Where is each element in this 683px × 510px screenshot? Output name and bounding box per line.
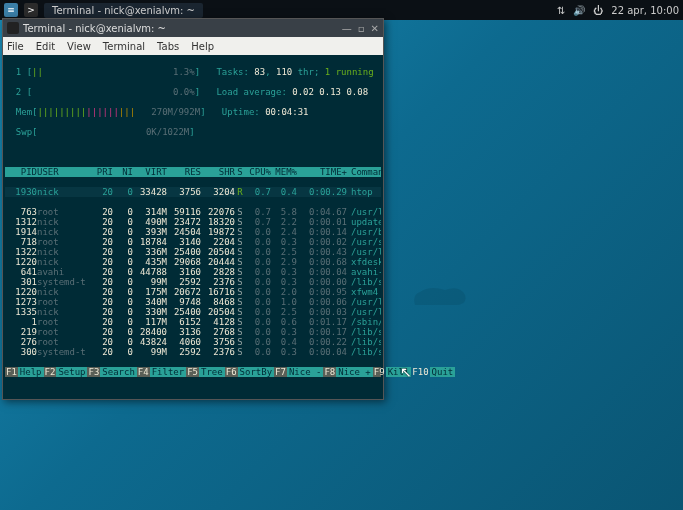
process-row[interactable]: 1322 nick200336M2540020504S0.02.50:00.43… xyxy=(5,247,381,257)
fn-action-sortby[interactable]: SortBy xyxy=(238,367,275,377)
menu-item-help[interactable]: Help xyxy=(191,41,214,52)
fn-key: F7 xyxy=(274,367,287,377)
terminal-body[interactable]: 1 [|| 1.3%] Tasks: 83, 110 thr; 1 runnin… xyxy=(3,55,383,399)
minimize-button[interactable]: — xyxy=(342,23,352,34)
fn-action-nice[interactable]: Nice + xyxy=(336,367,373,377)
terminal-window: Terminal - nick@xenialvm: ~ — ▫ ✕ FileEd… xyxy=(2,18,384,400)
fn-action-tree[interactable]: Tree xyxy=(199,367,225,377)
process-row[interactable]: 300 systemd-t20099M25922376S0.00.30:00.0… xyxy=(5,347,381,357)
fn-action-nice[interactable]: Nice - xyxy=(287,367,324,377)
terminal-launcher-icon[interactable]: > xyxy=(24,3,38,17)
fn-action-setup[interactable]: Setup xyxy=(56,367,87,377)
thr: 1 xyxy=(325,67,330,77)
process-row[interactable]: 1273 root200340M97488468S0.01.00:00.06/u… xyxy=(5,297,381,307)
window-icon xyxy=(7,22,19,34)
menu-item-tabs[interactable]: Tabs xyxy=(157,41,179,52)
process-row[interactable]: 1335 nick200330M2540020504S0.02.50:00.03… xyxy=(5,307,381,317)
function-bar: F1HelpF2SetupF3SearchF4FilterF5TreeF6Sor… xyxy=(5,367,381,377)
load: 0.02 0.13 0.08 xyxy=(292,87,368,97)
process-row[interactable]: 276 root2004382440603756S0.00.40:00.22/l… xyxy=(5,337,381,347)
task-label: Terminal - nick@xenialvm: ~ xyxy=(52,5,195,16)
fn-key: F5 xyxy=(186,367,199,377)
maximize-button[interactable]: ▫ xyxy=(358,23,365,34)
volume-icon[interactable]: 🔊 xyxy=(573,5,585,16)
process-row-selected[interactable]: 1930 nick2003342837563204R0.70.40:00.29h… xyxy=(5,187,381,197)
process-row[interactable]: 1220 nick200175M2067216716S0.02.00:00.95… xyxy=(5,287,381,297)
close-button[interactable]: ✕ xyxy=(371,23,379,34)
running-label: running xyxy=(336,67,374,77)
fn-key: F10 xyxy=(411,367,429,377)
process-row[interactable]: 1220 nick200435M2906820444S0.02.90:00.68… xyxy=(5,257,381,267)
fn-key: F4 xyxy=(137,367,150,377)
tasks-total: 110 xyxy=(276,67,292,77)
swp-total: 1022M xyxy=(162,127,189,137)
clock[interactable]: 22 apr, 10:00 xyxy=(611,5,679,16)
fn-action-quit[interactable]: Quit xyxy=(430,367,456,377)
tasks: 83 xyxy=(254,67,265,77)
fn-key: F3 xyxy=(87,367,100,377)
fn-key: F1 xyxy=(5,367,18,377)
fn-action-search[interactable]: Search xyxy=(100,367,137,377)
menubar: FileEditViewTerminalTabsHelp xyxy=(3,37,383,55)
titlebar[interactable]: Terminal - nick@xenialvm: ~ — ▫ ✕ xyxy=(3,19,383,37)
process-row[interactable]: 1 root200117M61524128S0.00.60:01.17/sbin… xyxy=(5,317,381,327)
uptime: 00:04:31 xyxy=(265,107,308,117)
mem-total: 992M xyxy=(178,107,200,117)
process-row[interactable]: 1312 nick200490M2347218320S0.72.20:00.01… xyxy=(5,217,381,227)
swp-used: 0K xyxy=(146,127,157,137)
fn-key: F9 xyxy=(373,367,386,377)
cpu1-pct: 1.3% xyxy=(173,67,195,77)
app-menu-icon[interactable]: ≡ xyxy=(4,3,18,17)
power-icon[interactable]: ⏻ xyxy=(593,5,603,16)
cursor-icon: ↖ xyxy=(400,364,412,380)
fn-key: F2 xyxy=(44,367,57,377)
mem-used: 270M xyxy=(151,107,173,117)
cpu2-pct: 0.0% xyxy=(173,87,195,97)
taskbar-item-terminal[interactable]: Terminal - nick@xenialvm: ~ xyxy=(44,3,203,18)
fn-key: F6 xyxy=(225,367,238,377)
process-row[interactable]: 641 avahi2004478831602828S0.00.30:00.04a… xyxy=(5,267,381,277)
process-row[interactable]: 1914 nick200393M2450419872S0.02.40:00.14… xyxy=(5,227,381,237)
fn-action-filter[interactable]: Filter xyxy=(150,367,187,377)
process-row[interactable]: 301 systemd-t20099M25922376S0.00.30:00.0… xyxy=(5,277,381,287)
process-row[interactable]: 763 root200314M5911622076S0.75.80:04.67/… xyxy=(5,207,381,217)
network-icon[interactable]: ⇅ xyxy=(557,5,565,16)
process-row[interactable]: 718 root2001878431402204S0.00.30:00.02/u… xyxy=(5,237,381,247)
top-panel: ≡ > Terminal - nick@xenialvm: ~ ⇅ 🔊 ⏻ 22… xyxy=(0,0,683,20)
fn-key: F8 xyxy=(323,367,336,377)
fn-action-help[interactable]: Help xyxy=(18,367,44,377)
wallpaper-logo xyxy=(410,280,470,310)
process-row[interactable]: 219 root2002840031362768S0.00.30:00.17/l… xyxy=(5,327,381,337)
menu-item-terminal[interactable]: Terminal xyxy=(103,41,145,52)
window-title: Terminal - nick@xenialvm: ~ xyxy=(23,23,166,34)
process-header: PID USERPRINIVIRTRESSHRSCPU%MEM%TIME+Com… xyxy=(5,167,381,177)
menu-item-view[interactable]: View xyxy=(67,41,91,52)
menu-item-edit[interactable]: Edit xyxy=(36,41,55,52)
menu-item-file[interactable]: File xyxy=(7,41,24,52)
